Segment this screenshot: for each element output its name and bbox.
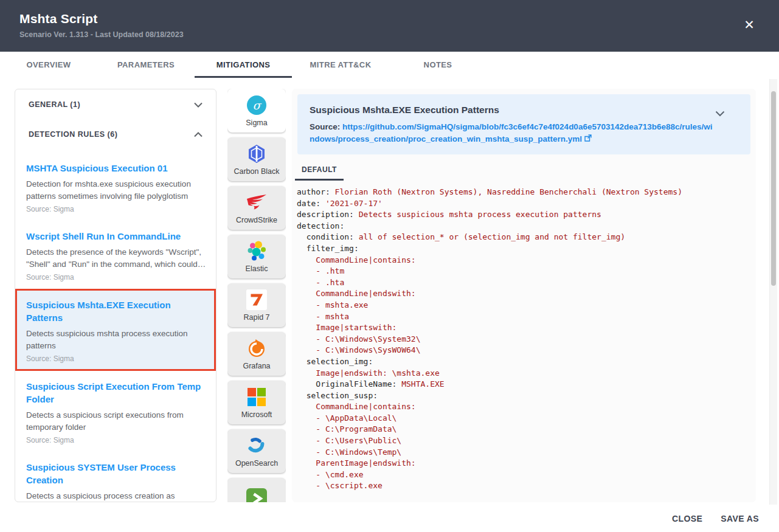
rule-source-line: Source: https://github.com/SigmaHQ/sigma… <box>310 121 714 145</box>
code-line: - C:\ProgramData\ <box>297 424 756 435</box>
vendor-label: CrowdStrike <box>236 216 277 224</box>
rules-panel: GENERAL (1) DETECTION RULES (6) MSHTA Su… <box>15 89 216 502</box>
rule-detail-title: Suspicious Mshta.EXE Execution Patterns <box>310 105 714 116</box>
vendor-card-microsoft[interactable]: Microsoft <box>227 381 286 424</box>
rule-title: Wscript Shell Run In CommandLine <box>26 230 206 243</box>
vendor-column: σSigmaCarbon BlackCrowdStrikeElasticRapi… <box>227 89 286 502</box>
vendor-card-sigma[interactable]: σSigma <box>227 89 286 133</box>
code-line: - \AppData\Local\ <box>297 413 756 424</box>
rule-source: Source: Sigma <box>26 273 206 282</box>
vendor-card-rapid-7[interactable]: Rapid 7 <box>227 283 286 327</box>
code-line: CommandLine|contains: <box>297 401 756 413</box>
source-label: Source: <box>310 122 340 131</box>
vendor-card-crowdstrike[interactable]: CrowdStrike <box>227 186 286 230</box>
code-line: detection: <box>297 221 756 232</box>
vendor-label: Carbon Black <box>234 167 279 176</box>
vendor-card-opensearch[interactable]: OpenSearch <box>227 429 286 473</box>
code-line: CommandLine|endswith: <box>297 288 756 300</box>
rule-source: Source: Sigma <box>26 436 206 444</box>
code-line: - C:\Windows\SysWOW64\ <box>297 345 756 356</box>
code-line: Image|startswith: <box>297 322 756 334</box>
scenario-version-subtitle: Scenario Ver. 1.313 - Last Updated 08/18… <box>19 30 779 39</box>
code-line: author: Florian Roth (Nextron Systems), … <box>297 187 756 198</box>
tab-default[interactable]: DEFAULT <box>295 159 344 181</box>
code-line: - mshta <box>297 311 756 323</box>
microsoft-icon <box>248 387 266 407</box>
save-as-button[interactable]: SAVE AS <box>719 510 760 527</box>
code-line: Image|endswith: \mshta.exe <box>297 368 756 379</box>
vertical-scrollbar-track[interactable] <box>769 79 777 505</box>
carbon-black-icon <box>247 143 266 164</box>
tab-mitre-att-ck[interactable]: MITRE ATT&CK <box>292 52 389 78</box>
code-line: - .hta <box>297 277 756 289</box>
grafana-icon <box>246 338 267 359</box>
modal-header: Mshta Script Scenario Ver. 1.313 - Last … <box>0 0 779 52</box>
section-detection-rules-label: DETECTION RULES (6) <box>29 130 117 139</box>
code-line: date: '2021-07-17' <box>297 198 756 210</box>
vendor-label: Elastic <box>246 264 268 273</box>
rule-title: Suspicious Mshta.EXE Execution Patterns <box>26 299 206 324</box>
rule-title: Suspicious Script Execution From Temp Fo… <box>26 380 206 406</box>
modal-footer: CLOSE SAVE AS <box>0 505 779 532</box>
chevron-down-icon <box>194 99 203 110</box>
rule-description: Detection for mshta.exe suspicious execu… <box>26 178 206 202</box>
tab-overview[interactable]: OVERVIEW <box>0 52 97 78</box>
vendor-label: Sigma <box>246 119 267 127</box>
vertical-scrollbar-thumb[interactable] <box>771 91 776 286</box>
tab-notes[interactable]: NOTES <box>389 52 486 78</box>
svg-text:σ: σ <box>253 98 262 111</box>
rule-list-item[interactable]: Suspicious Script Execution From Temp Fo… <box>15 371 216 452</box>
vendor-label: Rapid 7 <box>243 313 269 322</box>
rule-list-item[interactable]: Suspicious SYSTEM User Process CreationD… <box>15 452 216 502</box>
code-line: - C:\Users\Public\ <box>297 435 756 447</box>
code-line: - mshta.exe <box>297 300 756 311</box>
rule-description: Detects suspicious mshta process executi… <box>26 328 206 351</box>
section-general-label: GENERAL (1) <box>29 100 80 109</box>
rule-title: MSHTA Suspicious Execution 01 <box>26 162 206 174</box>
rule-description: Detects a suspicious process creation as <box>26 490 206 502</box>
tab-bar: OVERVIEWPARAMETERSMITIGATIONSMITRE ATT&C… <box>0 52 779 78</box>
source-link[interactable]: https://github.com/SigmaHQ/sigma/blob/fc… <box>310 122 713 143</box>
close-button[interactable]: CLOSE <box>671 510 704 527</box>
code-line: selection_img: <box>297 356 756 368</box>
rapid7-icon <box>246 289 267 310</box>
chevron-down-icon[interactable] <box>715 109 725 119</box>
code-line: - \cmd.exe <box>297 469 756 481</box>
mitigations-content: GENERAL (1) DETECTION RULES (6) MSHTA Su… <box>0 78 779 505</box>
code-line: selection_susp: <box>297 390 756 402</box>
rule-list-item[interactable]: Suspicious Mshta.EXE Execution PatternsD… <box>15 289 216 371</box>
vendor-card-grafana[interactable]: Grafana <box>227 332 286 376</box>
code-line: - C:\Windows\Temp\ <box>297 447 756 458</box>
section-general[interactable]: GENERAL (1) <box>15 89 216 119</box>
elastic-icon <box>247 241 266 261</box>
tab-mitigations[interactable]: MITIGATIONS <box>195 52 292 78</box>
tab-parameters[interactable]: PARAMETERS <box>97 52 195 78</box>
section-detection-rules[interactable]: DETECTION RULES (6) <box>15 119 216 149</box>
rule-source: Source: Sigma <box>26 354 206 363</box>
close-icon[interactable]: ✕ <box>740 16 758 34</box>
yaml-code-block: author: Florian Roth (Nextron Systems), … <box>297 187 756 492</box>
rule-source: Source: Sigma <box>26 205 206 213</box>
sigma-icon: σ <box>246 95 267 116</box>
code-line: - C:\Windows\System32\ <box>297 334 756 345</box>
code-line: CommandLine|contains: <box>297 255 756 266</box>
rule-title: Suspicious SYSTEM User Process Creation <box>26 461 206 486</box>
vendor-label: OpenSearch <box>235 459 278 468</box>
crowdstrike-icon <box>246 192 267 213</box>
rule-description: Detects a suspicious script executions f… <box>26 409 206 433</box>
external-link-icon <box>584 134 592 143</box>
vendor-card-elastic[interactable]: Elastic <box>227 235 286 278</box>
vendor-label: Microsoft <box>241 410 272 419</box>
rule-list-item[interactable]: Wscript Shell Run In CommandLineDetects … <box>15 221 216 289</box>
code-line: description: Detects suspicious mshta pr… <box>297 209 756 221</box>
vendor-card-carbon-black[interactable]: Carbon Black <box>227 137 286 181</box>
code-line: condition: all of selection_* or (select… <box>297 232 756 243</box>
rule-list-item[interactable]: MSHTA Suspicious Execution 01Detection f… <box>15 153 216 221</box>
code-line: ParentImage|endswith: <box>297 458 756 469</box>
code-line: OriginalFileName: MSHTA.EXE <box>297 379 756 390</box>
rule-description: Detects the presence of the keywords "Ws… <box>26 246 206 270</box>
vendor-card[interactable] <box>227 478 286 502</box>
opensearch-icon <box>246 435 267 456</box>
rule-detail-panel: Suspicious Mshta.EXE Execution Patterns … <box>292 89 756 502</box>
detection-rules-list: MSHTA Suspicious Execution 01Detection f… <box>15 149 216 502</box>
